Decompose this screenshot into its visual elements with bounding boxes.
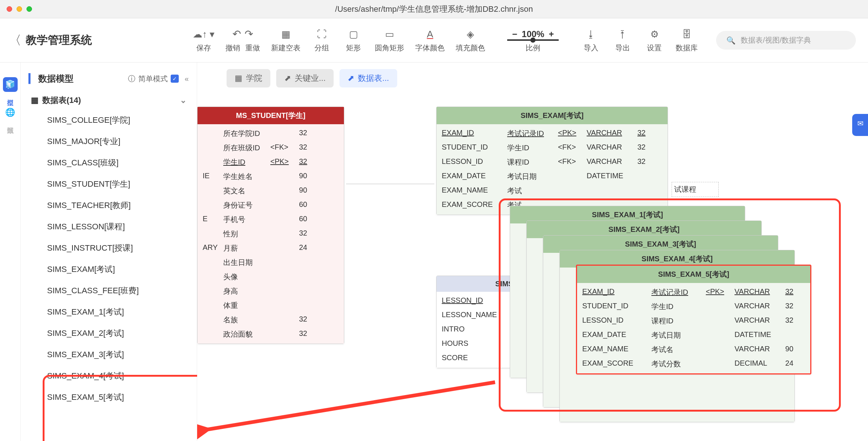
entity-field-row[interactable]: 身份证号60 [203,198,339,212]
entity-sims-student[interactable]: MS_STUDENT[学生] 所在学院ID32所在班级ID<FK>32学生ID<… [197,107,344,344]
sidebar-item[interactable]: SIMS_EXAM_3[考试] [40,344,192,365]
canvas[interactable]: ▦学院 ⬈关键业... ⬈数据表... 试课程 MS_STUDENT[学生] 所… [197,62,868,441]
sidebar-item[interactable]: SIMS_EXAM_1[考试] [40,301,192,323]
info-icon: ⓘ [128,74,135,84]
entity-field-row[interactable]: LESSON_ID课程ID<FK>VARCHAR32 [442,155,662,169]
sidebar-section-tables[interactable]: ▦ 数据表(14) ⌄ [25,91,192,110]
database-icon: 🗄 [682,29,691,40]
entity-field-row[interactable]: EXAM_SCORE考试分数DECIMAL24 [582,357,805,371]
search-input[interactable]: 🔍 数据表/视图/数据字典 [716,31,856,50]
sidebar-item[interactable]: SIMS_EXAM_5[考试] [40,387,192,408]
entity-field-row[interactable]: ARY月薪24 [203,241,339,255]
simple-mode-toggle[interactable]: ⓘ 简单模式 ✓ « [128,74,189,84]
new-table-button[interactable]: ▦新建空表 [271,29,300,53]
cloud-upload-icon: ☁︎↑ ▾ [193,29,214,40]
entity-field-row[interactable]: STUDENT_ID学生ID<FK>VARCHAR32 [442,141,662,155]
entity-field-row[interactable]: EXAM_ID考试记录ID<PK>VARCHAR32 [442,126,662,141]
sidebar-item[interactable]: SIMS_CLASS_FEE[班费] [40,280,192,301]
paint-bucket-icon: ◈ [467,29,474,40]
rectangle-icon: ▢ [349,29,358,40]
zoom-control[interactable]: −100%+ 比例 [507,29,559,53]
sidebar-item[interactable]: SIMS_EXAM[考试] [40,259,192,280]
main-toolbar: 〈 教学管理系统 ☁︎↑ ▾ 保存 ↶ ↷ 撤销 重做 ▦新建空表 ⛶分组 ▢矩… [0,18,868,62]
entity-sims-exam-5[interactable]: SIMS_EXAM_5[考试] EXAM_ID考试记录ID<PK>VARCHAR… [576,265,811,374]
sidebar-item[interactable]: SIMS_TEACHER[教师] [40,195,192,216]
sidebar-title: 数据模型 [38,73,74,85]
window-file-path: /Users/asher/tmp/学生信息管理系统-增加DB2.chnr.jso… [335,4,533,15]
save-button[interactable]: ☁︎↑ ▾ 保存 [193,29,214,53]
font-color-icon: A [427,29,433,40]
database-button[interactable]: 🗄数据库 [676,29,698,53]
entity-field-row[interactable]: 名族32 [203,313,339,327]
entity-field-row[interactable]: EXAM_ID考试记录ID<PK>VARCHAR32 [582,285,805,300]
entity-field-row[interactable]: E手机号60 [203,212,339,227]
settings-button[interactable]: ⚙设置 [644,29,665,53]
sidebar-item[interactable]: SIMS_EXAM_2[考试] [40,323,192,344]
zoom-slider[interactable] [507,39,559,41]
sidebar-item[interactable]: SIMS_COLLEGE[学院] [40,110,192,131]
entity-field-row[interactable]: EXAM_DATE考试日期DATETIME [442,169,662,184]
share-icon: ⬈ [348,74,354,83]
entity-field-row[interactable]: EXAM_DATE考试日期DATETIME [582,328,805,343]
zoom-label: 比例 [526,43,540,53]
maximize-window-button[interactable] [26,6,32,12]
collapse-icon[interactable]: « [185,75,189,83]
round-rect-button[interactable]: ▭圆角矩形 [375,29,404,53]
partial-entity-label: 试课程 [672,182,719,197]
zoom-out-icon[interactable]: − [512,29,517,39]
entity-sims-exam[interactable]: SIMS_EXAM[考试] EXAM_ID考试记录ID<PK>VARCHAR32… [436,107,668,215]
back-title[interactable]: 〈 教学管理系统 [9,32,123,49]
font-color-button[interactable]: A字体颜色 [415,29,445,53]
minimize-window-button[interactable] [17,6,22,12]
sidebar-item[interactable]: SIMS_MAJOR[专业] [40,131,192,152]
left-rail: 🧊 模型 🌐 数据域 [0,62,21,441]
undo-icon[interactable]: ↶ [232,28,241,40]
entity-field-row[interactable]: 出生日期 [203,255,339,270]
entity-field-row[interactable]: 体重 [203,298,339,313]
export-button[interactable]: ⭱导出 [612,29,633,53]
zoom-in-icon[interactable]: + [549,29,554,39]
annotation-arrow [197,371,510,441]
canvas-tab-datatable[interactable]: ⬈数据表... [339,69,397,87]
field-library-tab[interactable]: ✉ 字段库 [852,114,868,136]
search-placeholder: 数据表/视图/数据字典 [741,35,811,45]
entity-field-row[interactable]: 身高 [203,284,339,298]
rail-model-tab[interactable]: 🧊 模型 [3,77,18,94]
entity-field-row[interactable]: STUDENT_ID学生IDVARCHAR32 [582,300,805,314]
close-window-button[interactable] [7,6,12,12]
entity-field-row[interactable]: EXAM_NAME考试 [442,184,662,198]
upload-icon: ⭱ [618,29,627,40]
redo-icon[interactable]: ↷ [245,28,253,40]
entity-field-row[interactable]: LESSON_ID课程IDVARCHAR32 [582,314,805,328]
entity-field-row[interactable]: 所在学院ID32 [203,126,339,141]
rail-domain-tab[interactable]: 🌐 数据域 [3,105,18,122]
sidebar-item[interactable]: SIMS_INSTRUCT[授课] [40,237,192,259]
svg-line-0 [204,382,495,430]
redo-label: 重做 [245,43,260,53]
rounded-rectangle-icon: ▭ [385,29,394,40]
chevron-left-icon: 〈 [9,32,21,49]
sidebar-item[interactable]: SIMS_EXAM_4[考试] [40,365,192,387]
canvas-tab-keybiz[interactable]: ⬈关键业... [276,69,334,87]
window-titlebar: /Users/asher/tmp/学生信息管理系统-增加DB2.chnr.jso… [0,0,868,18]
sidebar-item[interactable]: SIMS_LESSON[课程] [40,216,192,237]
entity-field-row[interactable]: 学生ID<PK>32 [203,155,339,169]
import-button[interactable]: ⭳导入 [581,29,601,53]
canvas-tab-college[interactable]: ▦学院 [227,69,270,87]
entity-field-row[interactable]: 头像 [203,270,339,284]
table-icon: ▦ [31,96,39,105]
group-button[interactable]: ⛶分组 [312,29,332,53]
relation-line [346,184,434,184]
fill-color-button[interactable]: ◈填充颜色 [456,29,485,53]
entity-field-row[interactable]: IE学生姓名90 [203,169,339,184]
entity-field-row[interactable]: EXAM_NAME考试名VARCHAR90 [582,343,805,357]
chevron-down-icon: ⌄ [180,96,186,105]
entity-field-row[interactable]: 英文名90 [203,184,339,198]
entity-field-row[interactable]: 性别32 [203,227,339,241]
sidebar-item[interactable]: SIMS_CLASS[班级] [40,152,192,173]
entity-field-row[interactable]: 政治面貌32 [203,327,339,341]
rect-button[interactable]: ▢矩形 [343,29,364,53]
sidebar-item[interactable]: SIMS_STUDENT[学生] [40,173,192,195]
globe-icon: 🌐 [3,105,18,120]
entity-field-row[interactable]: 所在班级ID<FK>32 [203,141,339,155]
